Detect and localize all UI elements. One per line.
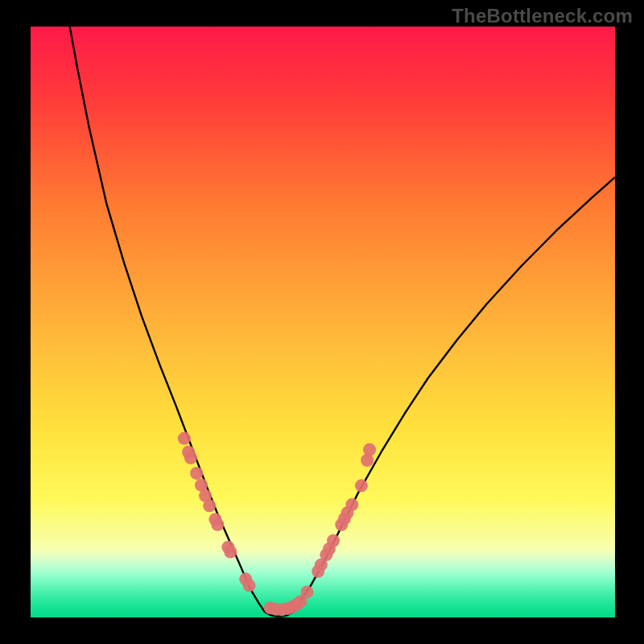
data-point: [243, 579, 256, 592]
data-point: [300, 585, 313, 598]
data-point: [203, 499, 216, 512]
data-point: [184, 452, 197, 464]
data-point: [361, 454, 374, 467]
data-point: [178, 432, 191, 445]
data-point: [211, 518, 224, 531]
data-point: [345, 498, 358, 511]
data-point: [327, 535, 340, 547]
watermark-text: TheBottleneck.com: [452, 5, 633, 27]
data-point: [355, 479, 368, 492]
data-point: [224, 546, 237, 559]
plot-background: [31, 27, 615, 617]
chart-stage: TheBottleneck.com: [0, 0, 644, 644]
plot-svg: [0, 0, 644, 644]
data-point: [363, 444, 376, 456]
data-point: [190, 467, 203, 480]
